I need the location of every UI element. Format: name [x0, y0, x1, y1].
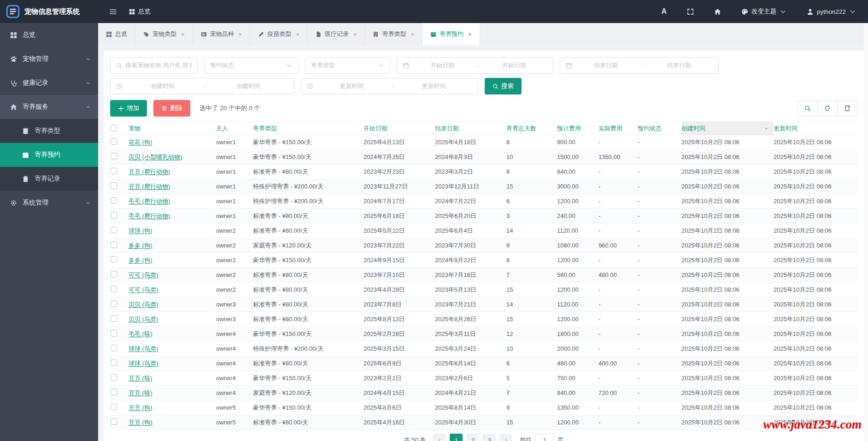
select-all-checkbox[interactable] [111, 125, 117, 131]
fullscreen-button[interactable] [677, 0, 704, 23]
pet-link[interactable]: 球球 (鸟类) [129, 360, 158, 367]
close-icon[interactable]: × [353, 31, 357, 38]
pet-link[interactable]: 豆豆 (爬行动物) [129, 183, 170, 190]
column-header-owner[interactable]: 主人 [216, 124, 253, 133]
row-checkbox[interactable] [111, 241, 117, 248]
delete-button[interactable]: 删除 [153, 100, 190, 117]
pet-link[interactable]: 可可 (鸟类) [129, 286, 158, 293]
tab-pet-type[interactable]: 宠物类型 × [135, 23, 193, 45]
pet-link[interactable]: 多多 (狗) [129, 257, 152, 264]
next-page-button[interactable] [499, 434, 512, 441]
pet-link[interactable]: 毛毛 (猫) [129, 330, 152, 337]
pet-link[interactable]: 多多 (狗) [129, 242, 152, 249]
column-header-updated[interactable]: 更新时间 [774, 124, 857, 133]
scrollbar-track[interactable] [864, 23, 868, 441]
row-checkbox[interactable] [111, 300, 117, 307]
status-select[interactable]: 预约状态 [204, 57, 299, 74]
row-checkbox[interactable] [111, 315, 117, 322]
row-checkbox[interactable] [111, 404, 117, 410]
pet-link[interactable]: 贝贝 (鸟类) [129, 316, 158, 323]
row-checkbox[interactable] [111, 138, 117, 145]
tab-medical-record[interactable]: 医疗记录 × [308, 23, 365, 45]
toggle-search-button[interactable] [798, 100, 818, 116]
close-icon[interactable]: × [239, 31, 242, 38]
row-checkbox[interactable] [111, 227, 117, 233]
pet-link[interactable]: 豆豆 (狗) [129, 404, 152, 411]
column-header-start[interactable]: 开始日期 [364, 124, 435, 133]
theme-switcher[interactable]: 改变主题 [731, 0, 797, 23]
page-button-2[interactable]: 2 [466, 434, 479, 441]
sidebar-item-health-records[interactable]: 健康记录 [0, 71, 98, 95]
font-size-button[interactable]: A [651, 0, 677, 23]
row-checkbox[interactable] [111, 389, 117, 395]
row-checkbox[interactable] [111, 359, 117, 366]
row-checkbox[interactable] [111, 374, 117, 381]
sidebar-item-boarding-type[interactable]: 寄养类型 [0, 119, 98, 143]
pet-link[interactable]: 豆豆 (爬行动物) [129, 168, 170, 175]
tab-boarding-type[interactable]: 寄养类型 × [365, 23, 422, 45]
start-date-range-input[interactable]: 开始日期 - 开始日期 [397, 57, 553, 74]
row-checkbox[interactable] [111, 330, 117, 336]
row-checkbox[interactable] [111, 153, 117, 159]
search-button[interactable]: 搜索 [485, 78, 522, 94]
pet-link[interactable]: 贝贝 (小型哺乳动物) [129, 153, 182, 160]
pet-link[interactable]: 球球 (狗) [129, 227, 152, 234]
column-header-est-fee[interactable]: 预计费用 [557, 124, 598, 133]
pet-link[interactable]: 可可 (鸟类) [129, 271, 158, 278]
close-icon[interactable]: × [181, 31, 185, 38]
row-checkbox[interactable] [111, 271, 117, 277]
row-checkbox[interactable] [111, 256, 117, 263]
pet-link[interactable]: 球球 (鸟类) [129, 345, 158, 352]
sidebar-item-system-management[interactable]: 系统管理 [0, 191, 98, 215]
row-checkbox[interactable] [111, 212, 117, 218]
pet-link[interactable]: 花花 (狗) [129, 139, 152, 146]
pet-link[interactable]: 豆豆 (狗) [129, 419, 152, 426]
row-checkbox[interactable] [111, 182, 117, 189]
close-icon[interactable]: × [296, 31, 299, 38]
boarding-type-select[interactable]: 寄养类型 [305, 57, 390, 74]
pet-link[interactable]: 毛毛 (爬行动物) [129, 212, 170, 219]
close-icon[interactable]: × [411, 31, 414, 38]
update-time-range-input[interactable]: 更新时间 - 更新时间 [301, 78, 478, 94]
column-header-actual-fee[interactable]: 实际费用 [598, 124, 638, 133]
row-checkbox[interactable] [111, 345, 117, 351]
sidebar-item-boarding-reservation[interactable]: 寄养预约 [0, 143, 98, 167]
end-date-range-input[interactable]: 结束日期 - 结束日期 [560, 57, 719, 74]
tab-pet-breed[interactable]: 宠物品种 × [193, 23, 251, 45]
app-logo-area[interactable]: 宠物信息管理系统 [0, 0, 98, 23]
goto-page-input[interactable]: 1 [535, 434, 554, 441]
column-header-pet[interactable]: 宠物 [129, 124, 216, 133]
column-header-type[interactable]: 寄养类型 [253, 124, 364, 133]
pet-link[interactable]: 毛毛 (爬行动物) [129, 198, 170, 205]
row-checkbox[interactable] [111, 286, 117, 292]
row-checkbox[interactable] [111, 168, 117, 174]
sidebar-item-pet-management[interactable]: 宠物管理 [0, 47, 98, 71]
column-header-created-sorted[interactable]: 创建时间 [681, 122, 774, 135]
sidebar-item-overview[interactable]: 总览 [0, 23, 98, 47]
create-time-range-input[interactable]: 创建时间 - 创建时间 [110, 78, 294, 94]
refresh-button[interactable] [817, 100, 838, 116]
page-button-3[interactable]: 3 [483, 434, 496, 441]
column-header-days[interactable]: 寄养总天数 [506, 124, 557, 133]
prev-page-button[interactable] [433, 434, 446, 441]
sidebar-item-boarding-record[interactable]: 寄养记录 [0, 167, 98, 191]
pet-link[interactable]: 豆豆 (猫) [129, 389, 152, 396]
search-input[interactable]: 搜索宠物名称,用户名,联系 [110, 57, 198, 74]
home-button[interactable] [704, 0, 731, 23]
user-menu[interactable]: python222 [797, 0, 868, 23]
tab-overview[interactable]: 总览 [98, 23, 135, 45]
sidebar-collapse-icon[interactable] [109, 8, 117, 16]
pet-link[interactable]: 贝贝 (鸟类) [129, 301, 158, 308]
tab-vaccine-type[interactable]: 疫苗类型 × [250, 23, 308, 45]
tab-boarding-reservation[interactable]: 寄养预约 × [422, 23, 480, 45]
row-checkbox[interactable] [111, 418, 117, 425]
export-button[interactable] [837, 100, 857, 116]
page-button-1[interactable]: 1 [450, 434, 463, 441]
pet-link[interactable]: 豆豆 (猫) [129, 375, 152, 382]
column-header-end[interactable]: 结束日期 [435, 124, 506, 133]
column-header-status[interactable]: 预约状态 [638, 124, 681, 133]
add-button[interactable]: 增加 [110, 100, 147, 117]
close-icon[interactable]: × [468, 31, 472, 38]
breadcrumb[interactable]: 总览 [129, 7, 151, 16]
row-checkbox[interactable] [111, 197, 117, 204]
